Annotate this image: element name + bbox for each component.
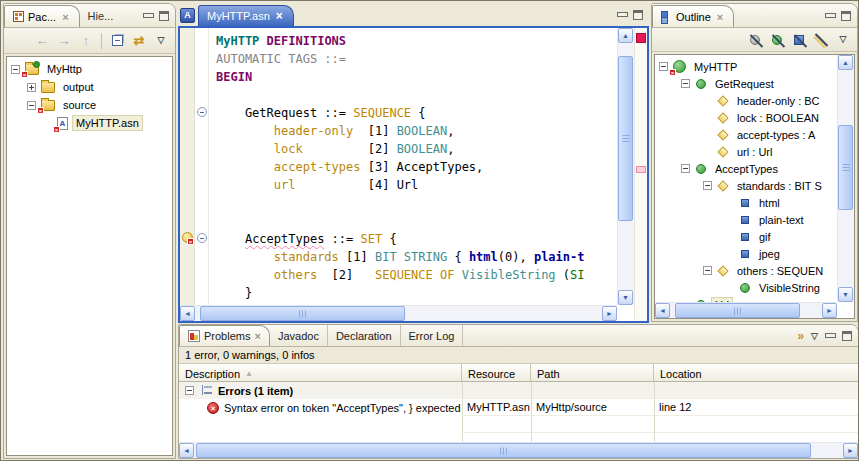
occurrence-overview-marker[interactable] [636, 166, 646, 173]
scroll-left-icon[interactable]: ◄ [180, 306, 195, 321]
tree-item-html[interactable]: html [655, 194, 837, 211]
tree-item-source[interactable]: source [7, 96, 172, 114]
annotation-ruler[interactable] [180, 28, 195, 305]
tree-item-myhttp[interactable]: MyHTTP [655, 58, 837, 75]
package-explorer-tree[interactable]: MyHttpoutputsourceMyHTTP.asn [6, 56, 173, 456]
scroll-right-icon[interactable]: ► [843, 443, 858, 458]
maximize-icon[interactable] [633, 10, 643, 20]
collapse-expander-icon[interactable] [185, 386, 194, 395]
column-path[interactable]: Path [531, 364, 654, 381]
hide-types-icon[interactable] [767, 30, 787, 50]
scrollbar-thumb[interactable] [675, 303, 800, 318]
scrollbar-thumb[interactable] [618, 56, 633, 221]
tree-item-label: lock : BOOLEAN [734, 111, 822, 125]
collapse-expander-icon[interactable] [11, 65, 20, 74]
tree-item-accept-types-a[interactable]: accept-types : A [655, 126, 837, 143]
tab-javadoc[interactable]: Javadoc [270, 325, 328, 346]
errors-group-row[interactable]: Errors (1 item) [179, 382, 858, 399]
collapse-all-icon[interactable] [107, 31, 127, 51]
view-menu-icon[interactable]: ▽ [833, 30, 853, 50]
folding-ruler[interactable] [196, 28, 209, 305]
collapse-expander-icon[interactable] [681, 79, 690, 88]
hide-named-numbers-icon[interactable] [789, 30, 809, 50]
scroll-left-icon[interactable]: ◄ [179, 443, 194, 458]
maximize-icon[interactable] [159, 11, 169, 21]
code-area[interactable]: MyHTTP DEFINITIONSAUTOMATIC TAGS ::=BEGI… [210, 28, 617, 305]
tree-item-accepttypes[interactable]: AcceptTypes [655, 160, 837, 177]
scroll-up-icon[interactable]: ▲ [618, 28, 633, 43]
tree-item-url-url[interactable]: url : Url [655, 143, 837, 160]
error-overview-marker[interactable] [636, 33, 646, 43]
tree-item-label: AcceptTypes [712, 162, 781, 176]
minimize-icon[interactable] [825, 332, 835, 341]
hide-fields-icon[interactable] [811, 30, 831, 50]
quickfix-error-icon[interactable] [182, 232, 193, 243]
hide-variables-icon[interactable] [745, 30, 765, 50]
collapse-expander-icon[interactable] [703, 181, 712, 190]
maximize-icon[interactable] [841, 11, 851, 21]
problem-row[interactable]: Syntax error on token "AcceptTypes", } e… [179, 399, 858, 416]
tree-item-myhttp-asn[interactable]: MyHTTP.asn [7, 114, 172, 132]
minimize-icon[interactable] [617, 11, 627, 20]
collapse-expander-icon[interactable] [27, 101, 36, 110]
fold-collapse-icon[interactable] [197, 233, 207, 243]
scroll-up-icon[interactable]: ▲ [838, 55, 853, 70]
scroll-down-icon[interactable]: ▼ [838, 287, 853, 302]
column-location[interactable]: Location [654, 364, 858, 381]
collapse-expander-icon[interactable] [659, 62, 668, 71]
tab-error-log[interactable]: Error Log [401, 325, 464, 346]
tab-editor-myhttp-asn[interactable]: MyHTTP.asn × [198, 5, 294, 26]
minimize-icon[interactable] [825, 12, 835, 21]
outline-tree[interactable]: MyHTTPGetRequestheader-only : BClock : B… [655, 55, 837, 302]
scroll-left-icon[interactable]: ◄ [655, 303, 670, 318]
scrollbar-thumb[interactable] [196, 443, 811, 458]
tab-problems[interactable]: Problems × [179, 325, 270, 346]
tab-hierarchy[interactable]: Hie... [80, 5, 122, 27]
tab-outline[interactable]: Outline × [652, 5, 734, 27]
tab-declaration[interactable]: Declaration [328, 325, 401, 346]
view-menu-icon[interactable]: ▽ [811, 332, 818, 341]
collapse-expander-icon[interactable] [681, 164, 690, 173]
maximize-icon[interactable] [842, 331, 852, 341]
fold-collapse-icon[interactable] [197, 107, 207, 117]
editor-horizontal-scrollbar[interactable]: ◄ ► [180, 305, 617, 321]
link-with-editor-icon[interactable]: ⇄ [129, 31, 149, 51]
column-description[interactable]: Description ▲ [179, 364, 462, 381]
expand-expander-icon[interactable] [27, 83, 36, 92]
close-icon[interactable]: × [715, 11, 725, 23]
filter-icon[interactable]: » [797, 330, 804, 342]
tree-item-others-sequen[interactable]: others : SEQUEN [655, 262, 837, 279]
collapse-expander-icon[interactable] [703, 266, 712, 275]
outline-vertical-scrollbar[interactable]: ▲ ▼ [837, 55, 854, 302]
tab-package-explorer[interactable]: Pac... × [4, 5, 80, 27]
scroll-right-icon[interactable]: ► [602, 306, 617, 321]
minimize-icon[interactable] [143, 12, 153, 21]
tree-item-plain-text[interactable]: plain-text [655, 211, 837, 228]
overview-ruler[interactable] [634, 28, 647, 321]
close-icon[interactable]: × [60, 11, 70, 23]
editor-vertical-scrollbar[interactable]: ▲ ▼ [617, 28, 634, 305]
tree-item-standards-bit-s[interactable]: standards : BIT S [655, 177, 837, 194]
scrollbar-thumb[interactable] [200, 306, 405, 321]
tree-item-myhttp[interactable]: MyHttp [7, 60, 172, 78]
scroll-down-icon[interactable]: ▼ [618, 290, 633, 305]
forward-icon[interactable]: → [54, 31, 74, 51]
scroll-right-icon[interactable]: ► [822, 303, 837, 318]
tree-item-output[interactable]: output [7, 78, 172, 96]
tree-item-lock-boolean[interactable]: lock : BOOLEAN [655, 109, 837, 126]
up-icon[interactable]: ↑ [76, 31, 96, 51]
close-icon[interactable]: × [276, 11, 283, 21]
tree-item-getrequest[interactable]: GetRequest [655, 75, 837, 92]
diamond-icon [717, 95, 729, 107]
tree-item-jpeg[interactable]: jpeg [655, 245, 837, 262]
column-resource[interactable]: Resource [462, 364, 531, 381]
problems-horizontal-scrollbar[interactable]: ◄ ► [179, 442, 858, 458]
tree-item-header-only-bc[interactable]: header-only : BC [655, 92, 837, 109]
tree-item-visiblestring[interactable]: VisibleString [655, 279, 837, 296]
outline-horizontal-scrollbar[interactable]: ◄ ► [655, 302, 837, 318]
back-icon[interactable]: ← [32, 31, 52, 51]
close-icon[interactable]: × [254, 330, 260, 342]
scrollbar-thumb[interactable] [838, 125, 853, 210]
tree-item-gif[interactable]: gif [655, 228, 837, 245]
view-menu-icon[interactable]: ▽ [151, 31, 171, 51]
